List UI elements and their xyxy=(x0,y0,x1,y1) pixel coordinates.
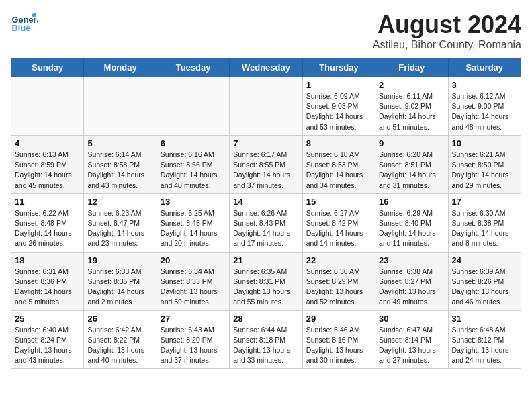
day-of-week-thursday: Thursday xyxy=(302,58,375,77)
day-info: Sunrise: 6:34 AM Sunset: 8:33 PM Dayligh… xyxy=(161,267,226,308)
day-number: 26 xyxy=(87,314,152,324)
calendar-table: SundayMondayTuesdayWednesdayThursdayFrid… xyxy=(11,58,521,369)
day-info: Sunrise: 6:29 AM Sunset: 8:40 PM Dayligh… xyxy=(379,208,444,249)
calendar-cell: 14Sunrise: 6:26 AM Sunset: 8:43 PM Dayli… xyxy=(230,193,302,252)
calendar-cell: 17Sunrise: 6:30 AM Sunset: 8:38 PM Dayli… xyxy=(448,193,521,252)
day-of-week-saturday: Saturday xyxy=(448,58,521,77)
calendar-cell: 27Sunrise: 6:43 AM Sunset: 8:20 PM Dayli… xyxy=(157,310,229,369)
calendar-week-4: 18Sunrise: 6:31 AM Sunset: 8:36 PM Dayli… xyxy=(11,252,521,310)
calendar-cell: 30Sunrise: 6:47 AM Sunset: 8:14 PM Dayli… xyxy=(375,310,448,369)
page-title: August 2024 xyxy=(373,11,521,39)
day-of-week-tuesday: Tuesday xyxy=(157,58,229,77)
day-number: 7 xyxy=(233,138,298,148)
day-number: 18 xyxy=(15,255,80,265)
day-number: 9 xyxy=(379,138,444,148)
calendar-cell: 23Sunrise: 6:38 AM Sunset: 8:27 PM Dayli… xyxy=(375,252,448,310)
calendar-week-2: 4Sunrise: 6:13 AM Sunset: 8:59 PM Daylig… xyxy=(11,135,521,193)
calendar-cell: 24Sunrise: 6:39 AM Sunset: 8:26 PM Dayli… xyxy=(448,252,521,310)
calendar-cell: 1Sunrise: 6:09 AM Sunset: 9:03 PM Daylig… xyxy=(302,77,375,136)
day-number: 14 xyxy=(233,197,298,207)
svg-text:Blue: Blue xyxy=(12,23,31,33)
day-number: 17 xyxy=(452,197,517,207)
day-number: 21 xyxy=(233,255,298,265)
calendar-cell: 4Sunrise: 6:13 AM Sunset: 8:59 PM Daylig… xyxy=(11,135,84,193)
calendar-cell: 11Sunrise: 6:22 AM Sunset: 8:48 PM Dayli… xyxy=(11,193,84,252)
calendar-cell: 2Sunrise: 6:11 AM Sunset: 9:02 PM Daylig… xyxy=(375,77,448,136)
day-number: 16 xyxy=(379,197,444,207)
calendar-cell: 21Sunrise: 6:35 AM Sunset: 8:31 PM Dayli… xyxy=(230,252,302,310)
day-number: 1 xyxy=(306,80,371,90)
calendar-cell xyxy=(11,77,84,136)
day-info: Sunrise: 6:25 AM Sunset: 8:45 PM Dayligh… xyxy=(161,208,226,249)
day-info: Sunrise: 6:47 AM Sunset: 8:14 PM Dayligh… xyxy=(379,325,444,366)
day-number: 24 xyxy=(452,255,517,265)
calendar-week-5: 25Sunrise: 6:40 AM Sunset: 8:24 PM Dayli… xyxy=(11,310,521,369)
day-info: Sunrise: 6:21 AM Sunset: 8:50 PM Dayligh… xyxy=(452,150,517,191)
day-info: Sunrise: 6:18 AM Sunset: 8:53 PM Dayligh… xyxy=(306,150,371,191)
day-number: 15 xyxy=(306,197,371,207)
day-number: 10 xyxy=(452,138,517,148)
day-of-week-friday: Friday xyxy=(375,58,448,77)
day-number: 30 xyxy=(379,314,444,324)
day-info: Sunrise: 6:31 AM Sunset: 8:36 PM Dayligh… xyxy=(15,267,80,308)
day-info: Sunrise: 6:22 AM Sunset: 8:48 PM Dayligh… xyxy=(15,208,80,249)
day-number: 3 xyxy=(452,80,517,90)
calendar-cell: 10Sunrise: 6:21 AM Sunset: 8:50 PM Dayli… xyxy=(448,135,521,193)
calendar-cell: 26Sunrise: 6:42 AM Sunset: 8:22 PM Dayli… xyxy=(84,310,157,369)
calendar-cell xyxy=(84,77,157,136)
day-info: Sunrise: 6:43 AM Sunset: 8:20 PM Dayligh… xyxy=(161,325,226,366)
day-info: Sunrise: 6:27 AM Sunset: 8:42 PM Dayligh… xyxy=(306,208,371,249)
day-info: Sunrise: 6:44 AM Sunset: 8:18 PM Dayligh… xyxy=(233,325,298,366)
day-info: Sunrise: 6:48 AM Sunset: 8:12 PM Dayligh… xyxy=(452,325,517,366)
day-number: 11 xyxy=(15,197,80,207)
day-number: 5 xyxy=(87,138,152,148)
day-info: Sunrise: 6:36 AM Sunset: 8:29 PM Dayligh… xyxy=(306,267,371,308)
calendar-header-row: SundayMondayTuesdayWednesdayThursdayFrid… xyxy=(11,58,521,77)
calendar-week-1: 1Sunrise: 6:09 AM Sunset: 9:03 PM Daylig… xyxy=(11,77,521,136)
day-number: 31 xyxy=(452,314,517,324)
page-subtitle: Astileu, Bihor County, Romania xyxy=(373,39,521,51)
day-info: Sunrise: 6:46 AM Sunset: 8:16 PM Dayligh… xyxy=(306,325,371,366)
day-info: Sunrise: 6:20 AM Sunset: 8:51 PM Dayligh… xyxy=(379,150,444,191)
day-number: 13 xyxy=(161,197,226,207)
title-block: August 2024 Astileu, Bihor County, Roman… xyxy=(373,11,521,51)
day-info: Sunrise: 6:38 AM Sunset: 8:27 PM Dayligh… xyxy=(379,267,444,308)
day-info: Sunrise: 6:17 AM Sunset: 8:55 PM Dayligh… xyxy=(233,150,298,191)
day-number: 28 xyxy=(233,314,298,324)
day-number: 29 xyxy=(306,314,371,324)
day-info: Sunrise: 6:23 AM Sunset: 8:47 PM Dayligh… xyxy=(87,208,152,249)
calendar-cell: 29Sunrise: 6:46 AM Sunset: 8:16 PM Dayli… xyxy=(302,310,375,369)
day-number: 4 xyxy=(15,138,80,148)
calendar-cell: 19Sunrise: 6:33 AM Sunset: 8:35 PM Dayli… xyxy=(84,252,157,310)
day-info: Sunrise: 6:14 AM Sunset: 8:58 PM Dayligh… xyxy=(87,150,152,191)
calendar-cell: 6Sunrise: 6:16 AM Sunset: 8:56 PM Daylig… xyxy=(157,135,229,193)
calendar-cell: 13Sunrise: 6:25 AM Sunset: 8:45 PM Dayli… xyxy=(157,193,229,252)
day-number: 20 xyxy=(161,255,226,265)
calendar-week-3: 11Sunrise: 6:22 AM Sunset: 8:48 PM Dayli… xyxy=(11,193,521,252)
calendar-cell: 18Sunrise: 6:31 AM Sunset: 8:36 PM Dayli… xyxy=(11,252,84,310)
calendar-cell: 9Sunrise: 6:20 AM Sunset: 8:51 PM Daylig… xyxy=(375,135,448,193)
logo: General Blue xyxy=(11,11,38,35)
day-info: Sunrise: 6:16 AM Sunset: 8:56 PM Dayligh… xyxy=(161,150,226,191)
calendar-cell: 5Sunrise: 6:14 AM Sunset: 8:58 PM Daylig… xyxy=(84,135,157,193)
calendar-cell: 31Sunrise: 6:48 AM Sunset: 8:12 PM Dayli… xyxy=(448,310,521,369)
day-number: 25 xyxy=(15,314,80,324)
day-number: 22 xyxy=(306,255,371,265)
day-info: Sunrise: 6:09 AM Sunset: 9:03 PM Dayligh… xyxy=(306,91,371,132)
day-number: 12 xyxy=(87,197,152,207)
calendar-cell: 20Sunrise: 6:34 AM Sunset: 8:33 PM Dayli… xyxy=(157,252,229,310)
calendar-cell: 28Sunrise: 6:44 AM Sunset: 8:18 PM Dayli… xyxy=(230,310,302,369)
day-info: Sunrise: 6:12 AM Sunset: 9:00 PM Dayligh… xyxy=(452,91,517,132)
calendar-cell: 8Sunrise: 6:18 AM Sunset: 8:53 PM Daylig… xyxy=(302,135,375,193)
day-of-week-sunday: Sunday xyxy=(11,58,84,77)
day-info: Sunrise: 6:35 AM Sunset: 8:31 PM Dayligh… xyxy=(233,267,298,308)
calendar-cell: 15Sunrise: 6:27 AM Sunset: 8:42 PM Dayli… xyxy=(302,193,375,252)
day-info: Sunrise: 6:42 AM Sunset: 8:22 PM Dayligh… xyxy=(87,325,152,366)
calendar-cell: 16Sunrise: 6:29 AM Sunset: 8:40 PM Dayli… xyxy=(375,193,448,252)
page-header: General Blue August 2024 Astileu, Bihor … xyxy=(11,11,521,51)
day-number: 27 xyxy=(161,314,226,324)
day-info: Sunrise: 6:11 AM Sunset: 9:02 PM Dayligh… xyxy=(379,91,444,132)
day-number: 19 xyxy=(87,255,152,265)
day-info: Sunrise: 6:26 AM Sunset: 8:43 PM Dayligh… xyxy=(233,208,298,249)
day-info: Sunrise: 6:33 AM Sunset: 8:35 PM Dayligh… xyxy=(87,267,152,308)
